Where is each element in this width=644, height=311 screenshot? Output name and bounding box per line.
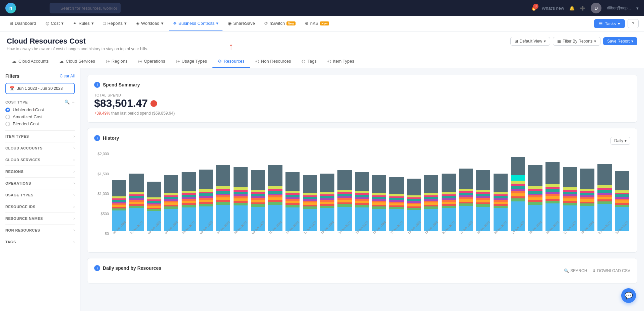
bar-group: 14 Jun 2023 — [336, 152, 353, 236]
user-dropdown-icon[interactable]: ▾ — [636, 6, 639, 11]
resource-names-filter-label: RESOURCE NAMES — [5, 216, 43, 221]
radio-blended-cost[interactable]: Blended Cost — [5, 121, 75, 126]
nav-cost[interactable]: ◎ Cost ▾ — [42, 16, 68, 31]
radio-amortized-cost[interactable]: Amortized Cost — [5, 114, 75, 119]
user-email[interactable]: dilber@nop... — [607, 6, 631, 10]
filter-resource-names[interactable]: RESOURCE NAMES › — [5, 212, 75, 224]
tab-cloud-services[interactable]: ☁ Cloud Services — [54, 55, 100, 68]
filter-cloud-services[interactable]: CLOUD SERVICES › — [5, 154, 75, 166]
bar-group: 02 Jun 2023 — [128, 152, 145, 236]
filter-regions[interactable]: REGIONS › — [5, 166, 75, 177]
spend-change-positive: +39.49% — [94, 111, 110, 116]
tasks-button[interactable]: ☰ Tasks ▾ — [594, 19, 625, 28]
nav-nks[interactable]: ⊕ nKS New — [301, 16, 333, 31]
filter-by-reports-button[interactable]: ▦ Filter By Reports ▾ — [553, 37, 600, 46]
tab-resources[interactable]: ⚙ Resources ↑ — [212, 55, 250, 68]
nav-reports[interactable]: □ Reports ▾ — [99, 16, 131, 31]
filter-operations[interactable]: OPERATIONS › — [5, 177, 75, 189]
notification-badge: 9 — [533, 4, 538, 9]
clear-all-button[interactable]: Clear All — [60, 74, 75, 78]
tab-regions-label: Regions — [112, 59, 128, 64]
user-avatar[interactable]: D — [591, 3, 601, 13]
bar-group: 04 Jun 2023 — [163, 152, 180, 236]
nav-workload[interactable]: ◈ Workload ▾ — [132, 16, 168, 31]
save-report-button[interactable]: Save Report ▾ — [603, 37, 637, 45]
tab-non-resources[interactable]: ◎ Non Resources — [250, 55, 297, 68]
bar-group: 27 Jun 2023 — [562, 152, 578, 236]
tab-item-types[interactable]: ◎ Item Types — [322, 55, 360, 68]
business-contexts-dropdown-icon: ▾ — [216, 21, 218, 26]
regions-icon: ◎ — [106, 59, 110, 64]
resource-ids-filter-label: RESOURCE IDS — [5, 205, 36, 209]
search-input[interactable] — [50, 3, 121, 13]
search-wrapper: 🔍 — [50, 3, 264, 13]
plus-icon-btn[interactable]: ➕ — [580, 6, 585, 11]
chat-button[interactable]: 💬 — [621, 288, 636, 303]
bar-group: 10 Jun 2023 — [267, 152, 284, 236]
bar-group: 20 Jun 2023 — [440, 152, 457, 236]
tasks-dropdown-icon: ▾ — [618, 21, 620, 26]
bar-group: 16 Jun 2023 — [371, 152, 388, 236]
usage-types-filter-label: USAGE TYPES — [5, 193, 34, 197]
tab-regions[interactable]: ◎ Regions — [101, 55, 133, 68]
search-action-label: SEARCH — [570, 268, 587, 273]
page-title: Cloud Resources Cost — [7, 37, 148, 46]
bell-icon-btn[interactable]: 🔔 — [569, 6, 575, 11]
nav-cost-label: Cost — [51, 21, 60, 26]
spend-up-arrow: ↑ — [150, 100, 157, 107]
default-view-button[interactable]: ⊞ Default View ▾ — [510, 37, 550, 46]
logo-area[interactable]: n — [5, 3, 46, 13]
download-csv-label: DOWNLOAD CSV — [597, 268, 630, 273]
tab-usage-types[interactable]: ◎ Usage Types — [171, 55, 212, 68]
bar-group: 21 Jun 2023 — [458, 152, 474, 236]
tab-tags-label: Tags — [307, 59, 316, 64]
default-view-dropdown-icon: ▾ — [544, 39, 546, 44]
rules-dropdown-icon: ▾ — [91, 21, 94, 26]
help-button[interactable]: ? — [628, 19, 639, 28]
filter-item-types[interactable]: ITEM TYPES › — [5, 130, 75, 142]
tab-tags[interactable]: ◎ Tags — [296, 55, 322, 68]
resources-icon: ⚙ — [218, 59, 222, 64]
radio-unblended-cost[interactable]: Unblended Cost ← — [5, 107, 75, 112]
filter-title: Filters — [5, 73, 19, 79]
whats-new-btn[interactable]: What's new — [542, 6, 564, 11]
tab-operations[interactable]: ◎ Operations — [133, 55, 171, 68]
non-resources-filter-label: NON RESOURCES — [5, 228, 40, 232]
resource-names-arrow-icon: › — [73, 216, 75, 221]
radio-red-arrow: ← — [32, 106, 38, 113]
dashboard-icon: ⊞ — [9, 21, 13, 26]
search-action[interactable]: 🔍 SEARCH — [564, 268, 587, 273]
fire-icon-btn[interactable]: 🔥 9 — [531, 6, 536, 11]
filter-resource-ids[interactable]: RESOURCE IDS › — [5, 201, 75, 212]
cloud-accounts-arrow-icon: › — [73, 146, 75, 150]
cost-icon: ◎ — [46, 21, 49, 26]
date-filter[interactable]: 📅 Jun 1 2023 - Jun 30 2023 — [5, 83, 75, 94]
date-range-text: Jun 1 2023 - Jun 30 2023 — [17, 86, 63, 91]
nav-nswitch[interactable]: ⟳ nSwitch New — [260, 16, 300, 31]
filter-cloud-accounts[interactable]: CLOUD ACCOUNTS › — [5, 142, 75, 154]
nav-business-contexts[interactable]: ❖ Business Contexts ▾ — [169, 16, 223, 31]
item-types-arrow-icon: › — [73, 134, 75, 139]
filter-non-resources[interactable]: NON RESOURCES › — [5, 224, 75, 236]
minus-icon[interactable]: − — [72, 100, 75, 105]
nav-rules[interactable]: ✦ Rules ▾ — [69, 16, 98, 31]
daily-spend-actions: 🔍 SEARCH ⬇ DOWNLOAD CSV — [564, 268, 630, 273]
tab-cloud-accounts[interactable]: ☁ Cloud Accounts — [7, 55, 54, 68]
operations-icon: ◎ — [138, 59, 142, 64]
business-contexts-icon: ❖ — [173, 21, 177, 26]
regions-arrow-icon: › — [73, 169, 75, 174]
amortized-cost-label: Amortized Cost — [13, 114, 43, 119]
bar-group: 15 Jun 2023 — [353, 152, 370, 236]
period-selector[interactable]: Daily ▾ — [610, 137, 630, 145]
tab-cloud-services-label: Cloud Services — [66, 59, 95, 64]
nav-dashboard[interactable]: ⊞ Dashboard — [5, 16, 40, 31]
filter-usage-types[interactable]: USAGE TYPES › — [5, 189, 75, 201]
search-cost-icon[interactable]: 🔍 — [64, 100, 70, 105]
download-csv-action[interactable]: ⬇ DOWNLOAD CSV — [592, 268, 630, 273]
nks-new-badge: New — [320, 21, 329, 25]
history-header: i History Daily ▾ — [94, 135, 630, 146]
nav-sharesave[interactable]: ◉ ShareSave — [224, 16, 259, 31]
search-action-icon: 🔍 — [564, 268, 569, 273]
filter-tags[interactable]: TAGS › — [5, 236, 75, 248]
bar-group: 23 Jun 2023 — [492, 152, 509, 236]
